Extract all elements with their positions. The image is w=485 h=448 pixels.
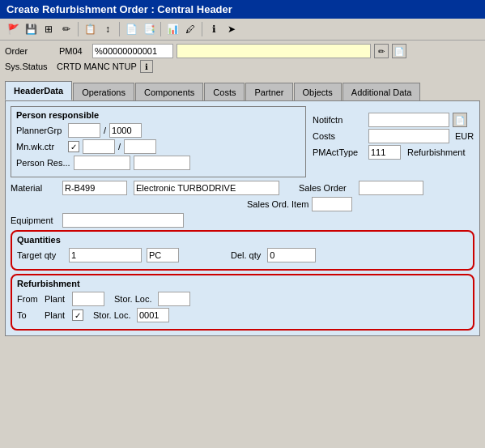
person-responsible-box: Person responsible PlannerGrp / Mn.wk.ct… [11, 106, 306, 177]
quantities-section: Quantities Target qty Del. qty [11, 230, 474, 271]
mn-wk-ctr-row: Mn.wk.ctr ✓ / [16, 139, 300, 154]
person-resp-right: Notifctn 📄 Costs EUR PMActType Refurbish… [313, 106, 474, 181]
sys-status-label: Sys.Status [5, 62, 53, 71]
order-doc-btn[interactable]: 📄 [392, 44, 406, 58]
to-stor-loc-label: Stor. Loc. [93, 310, 134, 320]
planner-grp-sep: / [104, 126, 106, 135]
mn-wk-ctr-input2[interactable] [83, 139, 115, 154]
sales-ord-item-input[interactable] [312, 197, 352, 211]
order-desc-input[interactable] [177, 44, 371, 58]
toolbar-grid-btn[interactable]: ⊞ [40, 21, 57, 37]
tab-operations-label: Operations [82, 87, 126, 97]
tab-costs[interactable]: Costs [204, 83, 245, 100]
toolbar-doc-btn[interactable]: 📄 [123, 21, 139, 37]
title-bar: Create Refurbishment Order : Central Hea… [0, 0, 485, 19]
pmact-input[interactable] [368, 145, 401, 160]
to-row: To Plant ✓ Stor. Loc. [17, 308, 468, 322]
from-row: From Plant Stor. Loc. [17, 292, 468, 306]
del-qty-input[interactable] [267, 248, 316, 262]
toolbar-nav-btn[interactable]: ➤ [223, 21, 240, 37]
equipment-row: Equipment [11, 213, 474, 228]
material-section: Material Sales Order Sales Ord. Item Equ… [11, 181, 474, 228]
toolbar-move-btn[interactable]: ↕ [100, 21, 116, 37]
equipment-input[interactable] [62, 213, 184, 228]
material-desc-input[interactable] [134, 181, 279, 195]
sales-ord-item-label: Sales Ord. Item [247, 199, 308, 209]
refurbishment-section: Refurbishment From Plant Stor. Loc. To P… [11, 274, 474, 331]
target-qty-input[interactable] [69, 248, 142, 262]
from-plant-input[interactable] [72, 292, 104, 306]
del-qty-label: Del. qty [231, 250, 261, 260]
toolbar-save-btn[interactable]: 💾 [23, 21, 39, 37]
toolbar-docx-btn[interactable]: 📑 [141, 21, 157, 37]
pmact-row: PMActType Refurbishment [313, 145, 474, 160]
person-res-input2[interactable] [134, 156, 190, 170]
costs-label: Costs [313, 131, 365, 141]
tab-objects-label: Objects [303, 87, 333, 97]
tab-objects[interactable]: Objects [294, 83, 342, 100]
order-type-input[interactable] [57, 44, 89, 58]
order-form-area: Order ✏ 📄 Sys.Status CRTD MANC NTUP ℹ [0, 41, 485, 78]
to-stor-loc-input[interactable] [137, 308, 169, 322]
toolbar-sep3 [160, 22, 161, 36]
from-stor-loc-input[interactable] [158, 292, 190, 306]
costs-input[interactable] [368, 129, 449, 143]
notifctn-row: Notifctn 📄 [313, 113, 474, 127]
toolbar-copy-btn[interactable]: 📋 [82, 21, 98, 37]
notifctn-input[interactable] [368, 113, 449, 127]
to-label: To [17, 310, 41, 320]
toolbar-info-btn[interactable]: ℹ [206, 21, 222, 37]
from-plant-label: Plant [45, 294, 69, 304]
tab-additional-data[interactable]: Additional Data [342, 83, 421, 100]
order-edit-btn[interactable]: ✏ [374, 44, 389, 58]
tab-components[interactable]: Components [135, 83, 203, 100]
tab-costs-label: Costs [213, 87, 236, 97]
mn-wk-ctr-label: Mn.wk.ctr [16, 142, 65, 151]
order-number-input[interactable] [92, 44, 173, 58]
planner-grp-input2[interactable] [109, 123, 142, 138]
mn-wk-ctr-check-mark: ✓ [70, 143, 77, 151]
toolbar-sep2 [119, 22, 120, 36]
sales-ord-item-row: Sales Ord. Item [11, 197, 474, 211]
tab-headerdata-label: HeaderData [14, 86, 63, 96]
mn-wk-ctr-sep: / [118, 142, 121, 151]
from-label: From [17, 294, 41, 304]
toolbar-sep4 [202, 22, 202, 36]
right-fields: Notifctn 📄 Costs EUR PMActType Refurbish… [313, 106, 474, 160]
sales-order-input[interactable] [359, 181, 423, 195]
tab-partner[interactable]: Partner [245, 83, 292, 100]
tab-operations[interactable]: Operations [73, 83, 134, 100]
sys-status-info-icon[interactable]: ℹ [140, 60, 153, 73]
person-resp-left: Person responsible PlannerGrp / Mn.wk.ct… [11, 106, 306, 181]
pmact-label: PMActType [313, 147, 365, 157]
toolbar-flag-btn[interactable]: 🚩 [5, 21, 21, 37]
toolbar-edit-btn[interactable]: ✏ [58, 21, 74, 37]
tab-headerdata[interactable]: HeaderData [5, 81, 72, 100]
equipment-label: Equipment [11, 215, 59, 225]
sales-order-label: Sales Order [299, 183, 355, 193]
sys-status-value: CRTD MANC NTUP [57, 62, 137, 71]
material-input[interactable] [62, 181, 127, 195]
tabs-container: HeaderData Operations Components Costs P… [0, 78, 485, 100]
costs-row: Costs EUR [313, 129, 474, 143]
to-plant-checkbox[interactable]: ✓ [72, 309, 83, 321]
target-qty-unit-input[interactable] [147, 248, 179, 262]
toolbar-chart-btn[interactable]: 📊 [164, 21, 181, 37]
planner-grp-input1[interactable] [68, 123, 100, 138]
toolbar-pen-btn[interactable]: 🖊 [182, 21, 198, 37]
toolbar-sep1 [78, 22, 79, 36]
to-plant-check-mark: ✓ [74, 311, 81, 320]
refurbishment-title: Refurbishment [17, 279, 468, 288]
person-res-input1[interactable] [74, 156, 130, 170]
toolbar: 🚩 💾 ⊞ ✏ 📋 ↕ 📄 📑 📊 🖊 ℹ ➤ [0, 19, 485, 41]
mn-wk-ctr-input3[interactable] [124, 139, 156, 154]
tab-partner-label: Partner [254, 87, 283, 97]
planner-grp-row: PlannerGrp / [16, 123, 300, 138]
to-plant-label: Plant [45, 310, 69, 320]
person-res-label: Person Res... [16, 158, 70, 168]
material-label: Material [11, 183, 59, 193]
target-qty-row: Target qty Del. qty [17, 248, 468, 262]
mn-wk-ctr-checkbox[interactable]: ✓ [68, 141, 79, 152]
material-row: Material Sales Order [11, 181, 474, 195]
notifctn-doc-btn[interactable]: 📄 [453, 113, 467, 127]
